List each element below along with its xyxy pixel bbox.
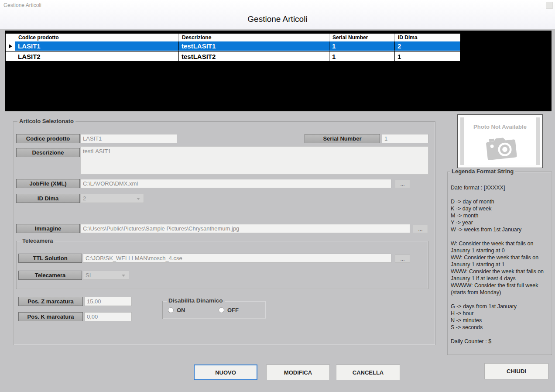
- jobfile-field[interactable]: C:\LAVORO\DMX.xml: [80, 179, 391, 188]
- id-dima-label: ID Dima: [16, 194, 80, 203]
- legend-line: G -> days from 1st January: [451, 303, 549, 310]
- table-row[interactable]: LASIT2 testLASIT2 1 1: [6, 52, 460, 61]
- ttl-solution-label: TTL Solution: [18, 254, 82, 263]
- photo-placeholder: Photo Not Available: [457, 114, 543, 168]
- legend-line: [451, 296, 549, 303]
- cell-serial[interactable]: 1: [329, 52, 395, 61]
- disabilita-dinamico-group: Disabilita Dinamico ON OFF: [162, 301, 266, 319]
- legend-line: Y -> year: [451, 219, 549, 226]
- cell-id-dima[interactable]: 2: [395, 41, 460, 51]
- current-row-arrow-icon: [9, 44, 12, 48]
- legend-line: Date format : [XXXXX]: [451, 184, 549, 191]
- window-title: Gestione Articoli: [3, 2, 41, 8]
- radio-on[interactable]: ON: [168, 307, 185, 313]
- legend-line: W: Consider the week that falls on Janua…: [451, 240, 549, 254]
- telecamera-group: Telecamera: [16, 241, 428, 289]
- pos-z-marcatura-field[interactable]: 15,00: [84, 297, 132, 306]
- jobfile-label: JobFile (XML): [16, 179, 80, 188]
- group-title: Articolo Selezionato: [17, 118, 75, 124]
- legend-line: K -> day of week: [451, 205, 549, 212]
- pos-z-marcatura-label: Pos. Z marcatura: [18, 297, 83, 306]
- legend-line: D -> day of month: [451, 198, 549, 205]
- cell-id-dima[interactable]: 1: [395, 52, 460, 61]
- telecamera-group-title: Telecamera: [21, 237, 55, 244]
- telecamera-label: Telecamera: [18, 271, 82, 280]
- telecamera-combobox[interactable]: SI: [83, 271, 129, 280]
- legend-line: [451, 331, 549, 338]
- disabilita-dinamico-title: Disabilita Dinamico: [167, 297, 225, 304]
- column-header-serial-number[interactable]: Serial Number: [329, 34, 395, 41]
- cell-descrizione[interactable]: testLASIT1: [179, 41, 329, 51]
- codice-prodotto-field[interactable]: LASIT1: [80, 134, 177, 143]
- table-row-selected[interactable]: LASIT1 testLASIT1 1 2: [6, 41, 460, 51]
- telecamera-value: SI: [86, 272, 91, 279]
- camera-icon: [482, 132, 521, 165]
- immagine-field[interactable]: C:\Users\Public\Pictures\Sample Pictures…: [80, 224, 410, 233]
- id-dima-combobox[interactable]: 2: [80, 194, 144, 203]
- radio-off-label: OFF: [227, 307, 239, 313]
- nuovo-button[interactable]: NUOVO: [194, 364, 257, 380]
- legend-line: [451, 233, 549, 240]
- row-selector-header: [6, 34, 15, 41]
- cell-codice[interactable]: LASIT1: [15, 41, 179, 51]
- radio-on-label: ON: [177, 307, 185, 313]
- serial-number-field[interactable]: 1: [382, 134, 428, 143]
- immagine-browse-button[interactable]: ...: [413, 225, 428, 233]
- legend-line: S -> seconds: [451, 324, 549, 331]
- legenda-format-string-group: Legenda Format String Date format : [XXX…: [447, 172, 552, 355]
- legend-line: WWW: Consider the week that falls on Jan…: [451, 268, 549, 282]
- cell-descrizione[interactable]: testLASIT2: [179, 52, 329, 61]
- legend-line: Daily Counter : $: [451, 338, 549, 345]
- modifica-button[interactable]: MODIFICA: [266, 364, 330, 380]
- legend-line: WW: Consider the week that falls on Janu…: [451, 254, 549, 268]
- legend-line: H -> hour: [451, 310, 549, 317]
- articles-grid[interactable]: Codice prodotto Descrizione Serial Numbe…: [5, 31, 552, 111]
- chevron-down-icon: [122, 275, 125, 277]
- cell-serial[interactable]: 1: [329, 41, 395, 51]
- close-icon[interactable]: [546, 2, 553, 9]
- legend-line: M -> month: [451, 212, 549, 219]
- radio-circle-icon: [219, 307, 224, 313]
- id-dima-value: 2: [83, 195, 86, 202]
- page-title: Gestione Articoli: [0, 14, 555, 24]
- grid-header-row: Codice prodotto Descrizione Serial Numbe…: [6, 34, 460, 41]
- cell-codice[interactable]: LASIT2: [15, 52, 179, 61]
- row-selector[interactable]: [6, 41, 15, 51]
- serial-number-label: Serial Number: [305, 134, 380, 143]
- column-header-descrizione[interactable]: Descrizione: [179, 34, 329, 41]
- descrizione-label: Descrizione: [16, 148, 80, 157]
- radio-circle-icon: [168, 307, 174, 313]
- jobfile-browse-button[interactable]: ...: [395, 180, 410, 188]
- legend-line: [451, 191, 549, 198]
- legend-body: Date format : [XXXXX] D -> day of month …: [451, 184, 549, 345]
- ttl-solution-browse-button[interactable]: ...: [395, 254, 410, 263]
- column-header-codice-prodotto[interactable]: Codice prodotto: [15, 34, 179, 41]
- immagine-label: Immagine: [16, 224, 80, 233]
- chevron-down-icon: [137, 198, 140, 200]
- window-header: Gestione Articoli Gestione Articoli: [0, 0, 555, 29]
- radio-off[interactable]: OFF: [219, 307, 239, 313]
- gestione-articoli-window: Gestione Articoli Gestione Articoli Codi…: [0, 0, 555, 392]
- ttl-solution-field[interactable]: C:\JOB\SK_WELLLMAN\mosch_4.cse: [83, 254, 391, 263]
- column-header-id-dima[interactable]: ID Dima: [395, 34, 460, 41]
- codice-prodotto-label: Codice prodotto: [16, 134, 80, 143]
- legend-line: WWWW: Consider the first full week (star…: [451, 282, 549, 296]
- pos-k-marcatura-field[interactable]: 0,00: [84, 312, 132, 321]
- pos-k-marcatura-label: Pos. K marcatura: [18, 312, 83, 321]
- row-selector[interactable]: [6, 52, 15, 61]
- legend-line: N -> minutes: [451, 317, 549, 324]
- cancella-button[interactable]: CANCELLA: [336, 364, 400, 380]
- chiudi-button[interactable]: CHIUDI: [484, 363, 548, 379]
- legend-line: W -> weeks from 1st January: [451, 226, 549, 233]
- legend-title: Legenda Format String: [450, 168, 515, 175]
- photo-not-available-text: Photo Not Available: [458, 124, 542, 130]
- descrizione-field[interactable]: testLASIT1: [80, 146, 428, 175]
